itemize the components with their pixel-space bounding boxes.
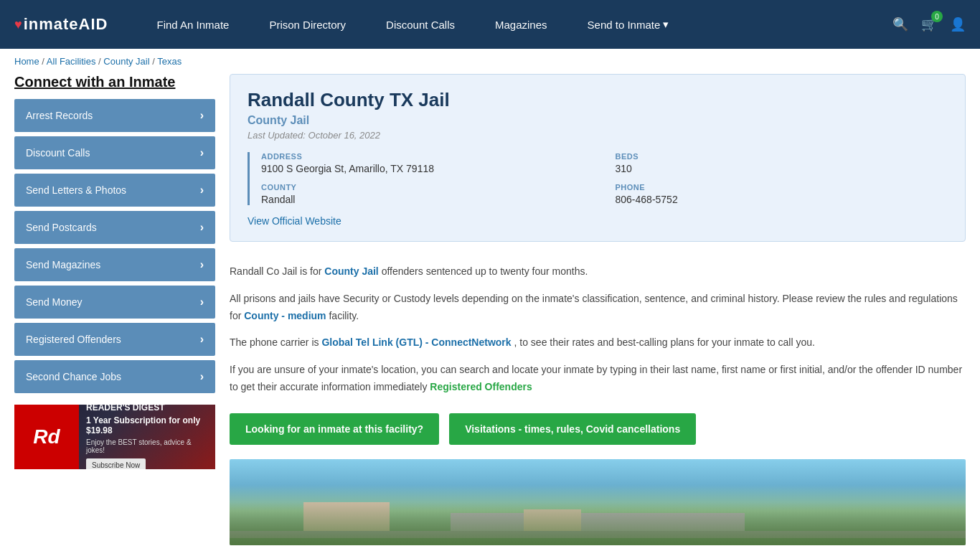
sidebar-label: Discount Calls (26, 147, 90, 159)
cart-icon[interactable]: 🛒 0 (921, 17, 937, 32)
nav-discount-calls[interactable]: Discount Calls (366, 0, 475, 49)
ad-title: 1 Year Subscription for only $19.98 (86, 415, 208, 435)
find-inmate-button[interactable]: Looking for an inmate at this facility? (230, 413, 439, 445)
dropdown-arrow-icon: ▾ (663, 18, 669, 31)
ad-brand: READER'S DIGEST (86, 405, 208, 413)
address-field: ADDRESS 9100 S Georgia St, Amarillo, TX … (261, 152, 594, 174)
breadcrumb-county-jail[interactable]: County Jail (103, 56, 149, 67)
arrow-icon: › (200, 370, 204, 383)
arrow-icon: › (200, 258, 204, 271)
county-jail-link-1[interactable]: County Jail (324, 265, 378, 277)
breadcrumb-texas[interactable]: Texas (157, 56, 182, 67)
description-section: Randall Co Jail is for County Jail offen… (230, 256, 966, 413)
description-paragraph-2: All prisons and jails have Security or C… (230, 291, 966, 325)
phone-label: PHONE (616, 183, 948, 192)
sidebar-item-send-magazines[interactable]: Send Magazines › (14, 248, 215, 281)
nav-prison-directory[interactable]: Prison Directory (249, 0, 366, 49)
arrow-icon: › (200, 109, 204, 122)
description-paragraph-3: The phone carrier is Global Tel Link (GT… (230, 334, 966, 352)
readers-digest-logo: Rd (33, 425, 60, 448)
county-value: Randall (261, 194, 594, 205)
description-paragraph-4: If you are unsure of your inmate's locat… (230, 362, 966, 396)
beds-field: BEDS 310 (616, 152, 948, 174)
sidebar-item-second-chance-jobs[interactable]: Second Chance Jobs › (14, 360, 215, 393)
header: ♥ inmateAID Find An Inmate Prison Direct… (0, 0, 980, 49)
logo[interactable]: ♥ inmateAID (14, 15, 108, 34)
sidebar-label: Send Magazines (26, 259, 100, 270)
breadcrumb-home[interactable]: Home (14, 56, 39, 67)
phone-field: PHONE 806-468-5752 (616, 183, 948, 205)
arrow-icon: › (200, 221, 204, 234)
nav-find-inmate[interactable]: Find An Inmate (137, 0, 250, 49)
nav-magazines[interactable]: Magazines (475, 0, 567, 49)
sidebar-label: Arrest Records (26, 110, 93, 121)
facility-last-updated: Last Updated: October 16, 2022 (248, 130, 948, 141)
logo-icon: ♥ (14, 17, 22, 32)
sidebar-advertisement: Rd READER'S DIGEST 1 Year Subscription f… (14, 405, 215, 469)
arrow-icon: › (200, 333, 204, 346)
sidebar-label: Registered Offenders (26, 334, 121, 345)
arrow-icon: › (200, 296, 204, 309)
ad-content: READER'S DIGEST 1 Year Subscription for … (79, 405, 215, 469)
sidebar-label: Send Letters & Photos (26, 184, 126, 196)
sidebar-item-send-letters[interactable]: Send Letters & Photos › (14, 174, 215, 207)
description-paragraph-1: Randall Co Jail is for County Jail offen… (230, 263, 966, 281)
county-field: COUNTY Randall (261, 183, 594, 205)
main-container: Connect with an Inmate Arrest Records › … (0, 74, 980, 551)
arrow-icon: › (200, 146, 204, 159)
sidebar-item-registered-offenders[interactable]: Registered Offenders › (14, 323, 215, 356)
facility-card: Randall County TX Jail County Jail Last … (230, 74, 966, 242)
registered-offenders-link[interactable]: Registered Offenders (430, 381, 532, 392)
search-icon[interactable]: 🔍 (892, 17, 908, 32)
breadcrumb-all-facilities[interactable]: All Facilities (47, 56, 96, 67)
facility-info-grid: ADDRESS 9100 S Georgia St, Amarillo, TX … (248, 152, 948, 205)
sidebar-item-send-money[interactable]: Send Money › (14, 286, 215, 319)
beds-label: BEDS (616, 152, 948, 161)
county-label: COUNTY (261, 183, 594, 192)
cart-badge: 0 (931, 11, 943, 22)
county-medium-link[interactable]: County - medium (244, 310, 326, 321)
sidebar-label: Send Postcards (26, 222, 97, 233)
sidebar-item-discount-calls[interactable]: Discount Calls › (14, 136, 215, 169)
breadcrumb: Home / All Facilities / County Jail / Te… (0, 49, 980, 74)
facility-subtitle: County Jail (248, 114, 948, 127)
image-overlay (230, 502, 966, 545)
gtl-link[interactable]: Global Tel Link (GTL) - ConnectNetwork (321, 336, 511, 348)
main-nav: Find An Inmate Prison Directory Discount… (137, 0, 893, 49)
facility-title: Randall County TX Jail (248, 89, 948, 111)
view-official-website-link[interactable]: View Official Website (248, 215, 341, 227)
sidebar-label: Send Money (26, 296, 83, 308)
facility-aerial-image (230, 459, 966, 545)
header-icons: 🔍 🛒 0 👤 (892, 17, 966, 32)
ad-logo-area: Rd (14, 405, 79, 469)
nav-send-to-inmate[interactable]: Send to Inmate ▾ (567, 0, 689, 49)
sidebar-label: Second Chance Jobs (26, 371, 121, 382)
sidebar-title: Connect with an Inmate (14, 74, 215, 90)
content-area: Randall County TX Jail County Jail Last … (230, 74, 966, 545)
ad-subtitle: Enjoy the BEST stories, advice & jokes! (86, 438, 208, 454)
arrow-icon: › (200, 184, 204, 197)
visitations-button[interactable]: Visitations - times, rules, Covid cancel… (449, 413, 696, 445)
sidebar: Connect with an Inmate Arrest Records › … (14, 74, 215, 545)
address-label: ADDRESS (261, 152, 594, 161)
action-buttons: Looking for an inmate at this facility? … (230, 413, 966, 445)
sidebar-item-arrest-records[interactable]: Arrest Records › (14, 99, 215, 132)
user-icon[interactable]: 👤 (950, 17, 966, 32)
sidebar-item-send-postcards[interactable]: Send Postcards › (14, 211, 215, 244)
logo-text: inmateAID (24, 15, 108, 34)
ad-subscribe-button[interactable]: Subscribe Now (86, 458, 146, 470)
phone-value: 806-468-5752 (616, 194, 948, 205)
address-value: 9100 S Georgia St, Amarillo, TX 79118 (261, 163, 594, 174)
beds-value: 310 (616, 163, 948, 174)
